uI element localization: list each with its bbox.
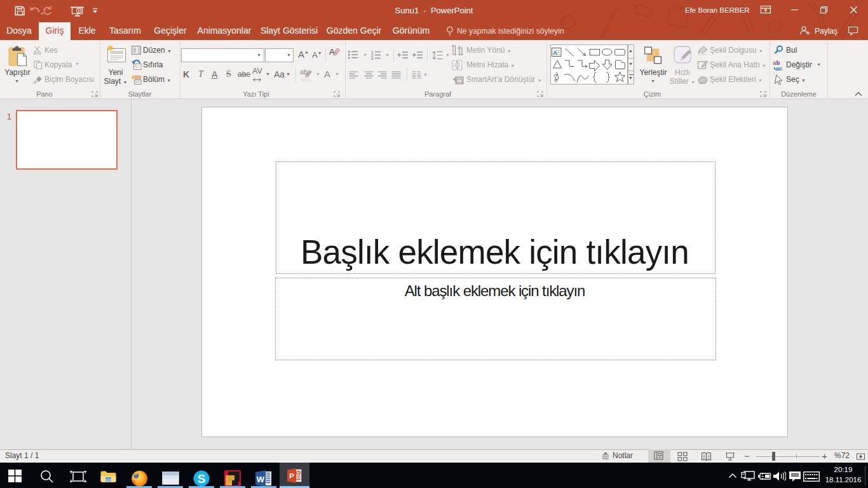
svg-text:A: A [553,49,557,56]
svg-text:3: 3 [371,57,373,60]
svg-text:ac: ac [776,65,783,71]
svg-text:W: W [257,475,265,484]
svg-text:P: P [289,472,294,480]
svg-text:S: S [198,472,206,485]
svg-text:A: A [458,44,461,51]
